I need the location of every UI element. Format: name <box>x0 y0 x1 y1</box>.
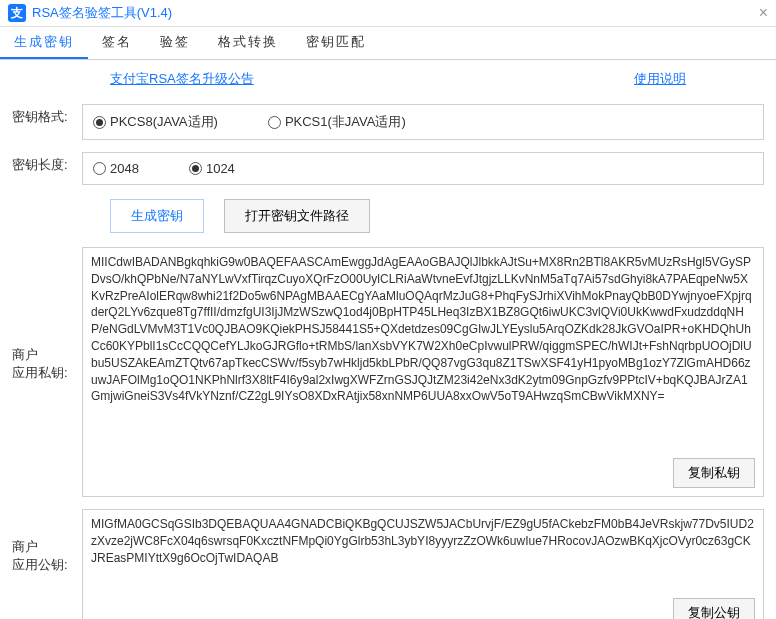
radio-pkcs1-label: PKCS1(非JAVA适用) <box>285 113 406 131</box>
radio-pkcs8[interactable]: PKCS8(JAVA适用) <box>93 113 218 131</box>
tab-key-match[interactable]: 密钥匹配 <box>292 27 380 59</box>
copy-private-key-button[interactable]: 复制私钥 <box>673 458 755 488</box>
radio-icon <box>189 162 202 175</box>
window-title: RSA签名验签工具(V1.4) <box>32 4 172 22</box>
key-length-label: 密钥长度: <box>12 152 82 174</box>
radio-pkcs1[interactable]: PKCS1(非JAVA适用) <box>268 113 406 131</box>
generate-key-button[interactable]: 生成密钥 <box>110 199 204 233</box>
radio-pkcs8-label: PKCS8(JAVA适用) <box>110 113 218 131</box>
close-icon[interactable]: × <box>759 4 768 22</box>
upgrade-notice-link[interactable]: 支付宝RSA签名升级公告 <box>110 70 254 88</box>
radio-2048-label: 2048 <box>110 161 139 176</box>
radio-icon <box>93 116 106 129</box>
radio-1024[interactable]: 1024 <box>189 161 235 176</box>
alipay-logo-icon: 支 <box>8 4 26 22</box>
radio-icon <box>268 116 281 129</box>
radio-icon <box>93 162 106 175</box>
tab-format-convert[interactable]: 格式转换 <box>204 27 292 59</box>
open-key-path-button[interactable]: 打开密钥文件路径 <box>224 199 370 233</box>
help-link[interactable]: 使用说明 <box>634 70 686 88</box>
key-format-label: 密钥格式: <box>12 104 82 126</box>
public-key-label: 商户 应用公钥: <box>12 509 82 599</box>
tab-verify[interactable]: 验签 <box>146 27 204 59</box>
tab-generate-key[interactable]: 生成密钥 <box>0 27 88 59</box>
radio-1024-label: 1024 <box>206 161 235 176</box>
tab-sign[interactable]: 签名 <box>88 27 146 59</box>
private-key-label: 商户 应用私钥: <box>12 247 82 477</box>
public-key-text[interactable]: MIGfMA0GCSqGSIb3DQEBAQUAA4GNADCBiQKBgQCU… <box>91 516 755 596</box>
radio-2048[interactable]: 2048 <box>93 161 139 176</box>
copy-public-key-button[interactable]: 复制公钥 <box>673 598 755 619</box>
private-key-text[interactable]: MIICdwIBADANBgkqhkiG9w0BAQEFAASCAmEwggJd… <box>91 254 755 405</box>
tab-bar: 生成密钥 签名 验签 格式转换 密钥匹配 <box>0 27 776 60</box>
